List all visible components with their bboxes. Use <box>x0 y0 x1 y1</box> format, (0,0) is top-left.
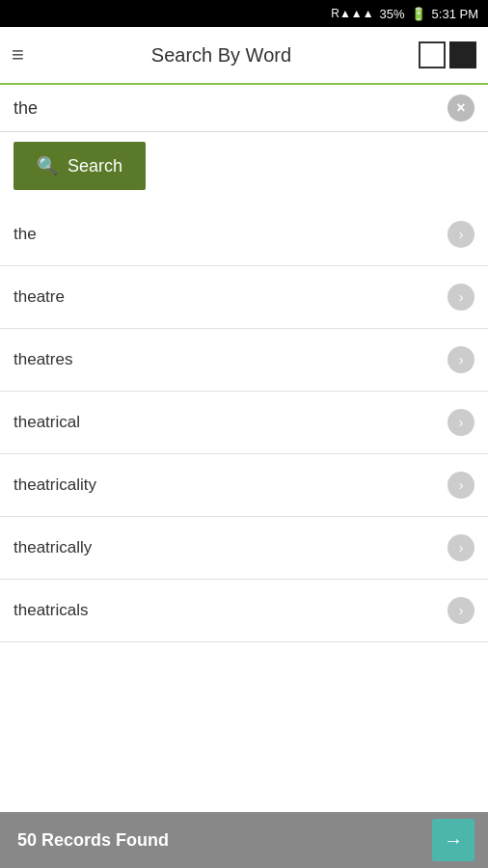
chevron-icon-1: › <box>447 284 474 311</box>
chevron-icon-3: › <box>447 409 474 436</box>
result-word-6: theatricals <box>14 601 88 620</box>
search-icon: 🔍 <box>37 155 58 176</box>
result-item-0[interactable]: the › <box>0 203 488 266</box>
theme-dark-button[interactable] <box>449 41 476 68</box>
toolbar-actions <box>419 41 476 68</box>
search-button-area: 🔍 Search <box>0 132 488 203</box>
results-list: the › theatre › theatres › theatrical › … <box>0 203 488 812</box>
records-found-label: 50 Records Found <box>17 830 169 851</box>
result-word-5: theatrically <box>14 538 92 557</box>
chevron-icon-0: › <box>447 221 474 248</box>
search-button-label: Search <box>68 156 122 176</box>
result-word-0: the <box>14 225 37 244</box>
result-word-3: theatrical <box>14 413 80 432</box>
result-word-2: theatres <box>14 350 72 369</box>
status-battery: 35% <box>380 7 405 21</box>
chevron-icon-2: › <box>447 346 474 373</box>
app-container: ≡ Search By Word × 🔍 Search the › theatr… <box>0 27 488 868</box>
result-word-4: theatricality <box>14 475 96 495</box>
result-item-2[interactable]: theatres › <box>0 329 488 392</box>
status-bar: R▲▲▲ 35% 🔋 5:31 PM <box>0 0 488 27</box>
chevron-icon-4: › <box>447 472 474 499</box>
page-title: Search By Word <box>24 44 419 67</box>
result-item-1[interactable]: theatre › <box>0 266 488 329</box>
toolbar: ≡ Search By Word <box>0 27 488 85</box>
status-signal: R▲▲▲ <box>331 7 373 20</box>
clear-icon: × <box>456 99 465 117</box>
chevron-icon-6: › <box>447 597 474 624</box>
search-input[interactable] <box>14 98 447 119</box>
result-item-3[interactable]: theatrical › <box>0 392 488 454</box>
status-time: 5:31 PM <box>432 7 478 21</box>
theme-light-button[interactable] <box>419 41 446 68</box>
chevron-icon-5: › <box>447 534 474 561</box>
search-button[interactable]: 🔍 Search <box>14 142 146 190</box>
result-item-5[interactable]: theatrically › <box>0 517 488 580</box>
result-item-6[interactable]: theatricals › <box>0 580 488 642</box>
next-arrow-icon: → <box>444 829 463 852</box>
result-word-1: theatre <box>14 287 65 307</box>
status-battery-icon: 🔋 <box>411 7 426 21</box>
search-input-area: × <box>0 85 488 132</box>
menu-icon[interactable]: ≡ <box>12 44 24 66</box>
bottom-bar: 50 Records Found → <box>0 812 488 868</box>
next-button[interactable]: → <box>432 819 474 861</box>
clear-button[interactable]: × <box>447 95 474 122</box>
result-item-4[interactable]: theatricality › <box>0 454 488 517</box>
